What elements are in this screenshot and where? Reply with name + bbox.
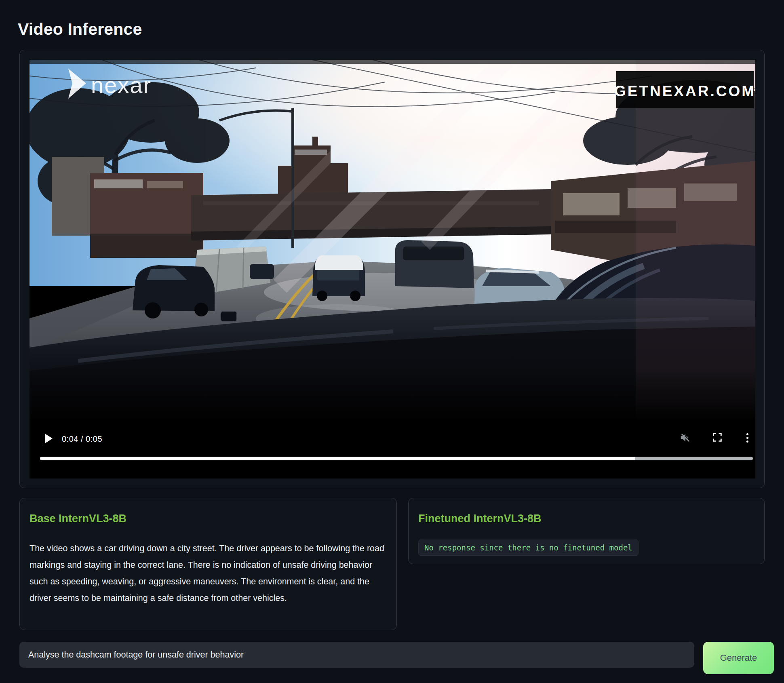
video-progress-played [40,457,635,460]
video-progress-bar[interactable] [40,457,753,460]
more-options-button[interactable] [743,432,751,444]
fullscreen-icon [712,432,723,443]
video-card: nexar GETNEXAR.COM 0:04 / 0:05 [19,50,765,488]
finetuned-model-panel: Finetuned InternVL3-8B No response since… [408,498,765,564]
page-title: Video Inference [18,20,142,39]
video-player[interactable]: nexar GETNEXAR.COM 0:04 / 0:05 [30,60,755,479]
dashcam-video-frame: nexar GETNEXAR.COM [30,60,755,419]
video-time-display: 0:04 / 0:05 [62,433,102,445]
play-icon [45,434,53,443]
generate-button[interactable]: Generate [703,642,774,674]
base-model-panel: Base InternVL3-8B The video shows a car … [19,498,397,630]
getnexar-badge: GETNEXAR.COM [614,71,755,108]
play-button[interactable] [42,432,55,445]
finetuned-model-response: No response since there is no finetuned … [418,540,639,556]
base-model-response: The video shows a car driving down a cit… [30,540,386,607]
prompt-input[interactable] [19,642,694,668]
fullscreen-button[interactable] [712,432,724,444]
getnexar-badge-text: GETNEXAR.COM [614,83,755,99]
finetuned-model-title: Finetuned InternVL3-8B [418,512,754,525]
mute-button[interactable] [679,432,691,444]
nexar-logo-text: nexar [91,72,152,98]
kebab-menu-icon [746,433,748,435]
base-model-title: Base InternVL3-8B [30,512,386,525]
muted-audio-icon [679,432,691,444]
